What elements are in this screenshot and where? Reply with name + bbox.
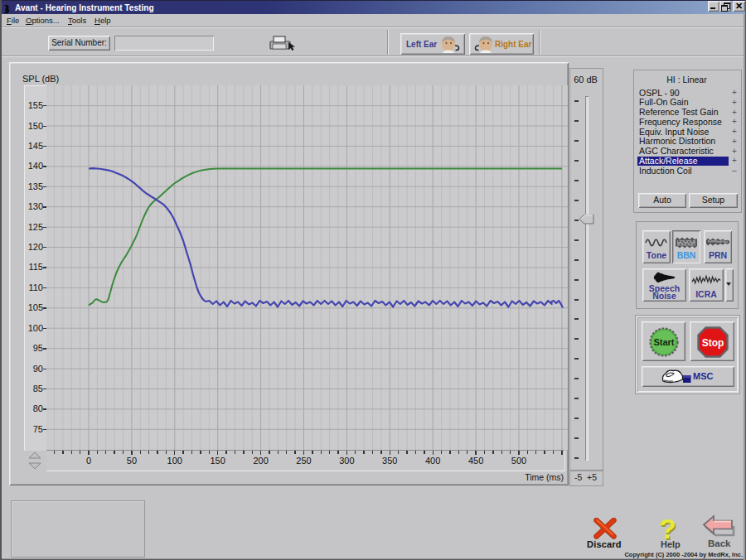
- svg-text:Start: Start: [653, 337, 674, 347]
- svg-text:Stop: Stop: [702, 337, 724, 349]
